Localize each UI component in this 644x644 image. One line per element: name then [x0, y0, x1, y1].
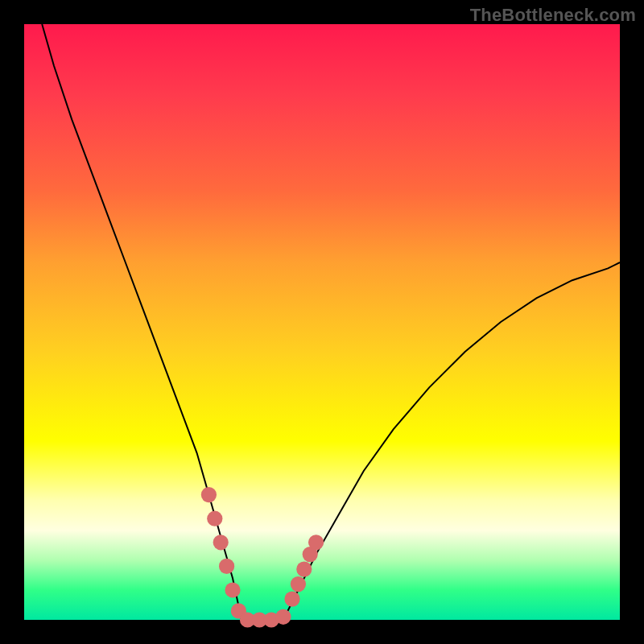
marker-dot	[296, 561, 312, 576]
chart-svg	[24, 24, 620, 620]
watermark-text: TheBottleneck.com	[470, 5, 636, 26]
chart-plot-area	[24, 24, 620, 620]
marker-dot	[207, 511, 222, 526]
curve-markers	[201, 487, 324, 628]
marker-dot	[275, 609, 291, 625]
marker-dot	[284, 591, 299, 606]
curve-left-arm	[42, 24, 242, 620]
marker-dot	[201, 487, 217, 502]
marker-dot	[219, 559, 234, 574]
marker-dot	[291, 576, 306, 592]
curve-right-arm	[283, 262, 620, 620]
marker-dot	[213, 535, 229, 550]
marker-dot	[308, 535, 324, 550]
marker-dot	[225, 582, 240, 597]
